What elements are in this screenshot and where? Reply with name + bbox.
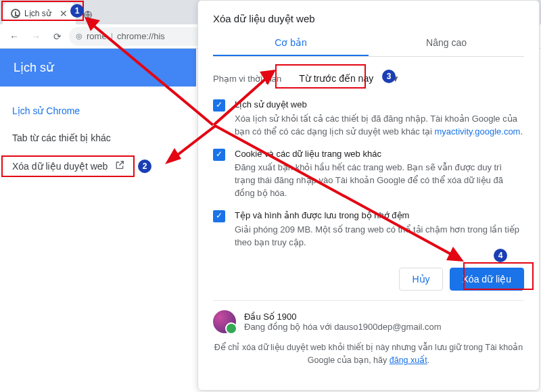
- clear-browsing-data-dialog: Xóa dữ liệu duyệt web Cơ bản Nâng cao Ph…: [197, 0, 540, 391]
- option-desc: Giải phóng 209 MB. Một số trang web có t…: [235, 224, 524, 249]
- option-cookies[interactable]: ✓ Cookie và các dữ liệu trang web khác Đ…: [213, 148, 524, 200]
- globe-icon: [83, 10, 93, 20]
- reload-button[interactable]: ⟳: [47, 26, 68, 47]
- time-range-value: Từ trước đến nay: [299, 73, 373, 84]
- url-path: chrome://his: [117, 31, 165, 41]
- avatar: [213, 310, 236, 333]
- tab-advanced[interactable]: Nâng cao: [369, 30, 524, 56]
- time-range-row: Phạm vi thời gian Từ trước đến nay ▼: [213, 69, 524, 88]
- checkbox-cookies[interactable]: ✓: [213, 149, 225, 161]
- annotation-badge-2: 2: [138, 160, 151, 173]
- history-sidebar: Lịch sử Chrome Tab từ các thiết bị khác …: [0, 87, 196, 191]
- myactivity-link[interactable]: myactivity.google.com: [435, 126, 521, 137]
- option-title: Cookie và các dữ liệu trang web khác: [235, 148, 524, 161]
- back-button[interactable]: ←: [4, 26, 24, 47]
- sidebar-item-chrome-history[interactable]: Lịch sử Chrome: [0, 97, 196, 124]
- option-browsing-history[interactable]: ✓ Lịch sử duyệt web Xóa lịch sử khỏi tất…: [213, 99, 524, 139]
- close-tab-icon[interactable]: ✕: [60, 8, 68, 19]
- option-desc: Xóa lịch sử khỏi tất cả các thiết bị đã …: [235, 113, 524, 139]
- time-range-label: Phạm vi thời gian: [213, 74, 281, 84]
- sidebar-item-clear-data[interactable]: Xóa dữ liệu duyệt web: [0, 151, 196, 180]
- tab-title: Lịch sử: [24, 9, 51, 18]
- page-title: Lịch sử: [0, 49, 196, 87]
- dialog-footer: Để chỉ xóa dữ liệu duyệt web khỏi thiết …: [213, 341, 524, 367]
- url-host: rome: [87, 31, 107, 41]
- sidebar-item-label: Xóa dữ liệu duyệt web: [12, 161, 108, 172]
- annotation-badge-3: 3: [382, 70, 396, 83]
- account-name: Đầu Số 1900: [244, 312, 442, 322]
- dialog-title: Xóa dữ liệu duyệt web: [213, 13, 524, 25]
- history-icon: [11, 9, 20, 18]
- option-desc: Đăng xuất bạn khỏi hầu hết các trang web…: [235, 162, 524, 200]
- account-row: Đầu Số 1900 Đang đồng bộ hóa với dauso19…: [213, 310, 524, 333]
- dialog-buttons: Hủy Xóa dữ liệu: [213, 261, 524, 301]
- forward-button[interactable]: →: [26, 26, 46, 47]
- dialog-tabs: Cơ bản Nâng cao: [213, 30, 524, 57]
- account-status: Đang đồng bộ hóa với dauso1900dep@gmail.…: [244, 322, 442, 332]
- option-cache[interactable]: ✓ Tệp và hình ảnh được lưu trong bộ nhớ …: [213, 210, 524, 249]
- chrome-icon: ◎: [76, 32, 83, 41]
- option-title: Lịch sử duyệt web: [235, 99, 524, 112]
- option-title: Tệp và hình ảnh được lưu trong bộ nhớ đệ…: [235, 210, 524, 222]
- annotation-badge-1: 1: [70, 4, 84, 18]
- time-range-select[interactable]: Từ trước đến nay: [292, 69, 380, 88]
- tab-basic[interactable]: Cơ bản: [213, 30, 369, 56]
- sign-out-link[interactable]: đăng xuất: [390, 356, 427, 365]
- checkbox-cache[interactable]: ✓: [213, 210, 225, 222]
- external-link-icon: [114, 160, 125, 172]
- clear-data-button[interactable]: Xóa dữ liệu: [450, 268, 524, 291]
- sidebar-item-other-devices[interactable]: Tab từ các thiết bị khác: [0, 124, 196, 151]
- browser-tab-history[interactable]: Lịch sử ✕: [3, 3, 76, 24]
- annotation-badge-4: 4: [494, 249, 507, 262]
- clear-options: ✓ Lịch sử duyệt web Xóa lịch sử khỏi tất…: [213, 99, 524, 249]
- checkbox-browsing-history[interactable]: ✓: [213, 99, 225, 112]
- cancel-button[interactable]: Hủy: [399, 268, 442, 291]
- address-bar[interactable]: ◎ rome | chrome://his: [69, 27, 204, 46]
